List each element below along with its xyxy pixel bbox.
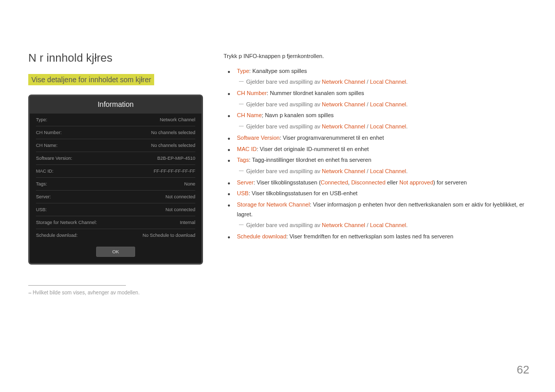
- lc: Local Channel: [370, 79, 406, 85]
- footnote-rule: [28, 285, 126, 286]
- info-row-schedule: Schedule download:No Schedule to downloa…: [36, 229, 195, 241]
- term: Storage for Network Channel: [237, 201, 310, 208]
- page-number: 62: [517, 363, 529, 377]
- desc: : Nummer tilordnet kanalen som spilles: [267, 90, 364, 96]
- sub-heading: Vise detaljene for innholdet som kjłrer: [28, 74, 154, 85]
- dot: .: [406, 79, 408, 85]
- desc: : Viser programvarenummeret til en enhet: [280, 135, 384, 141]
- panel-body: Type:Network Channel CH Number:No channe…: [30, 114, 201, 241]
- info-label: Schedule download:: [36, 233, 78, 238]
- term: Type: [237, 68, 249, 74]
- term: MAC ID: [237, 146, 257, 152]
- nc: Network Channel: [322, 79, 365, 85]
- item-tags: Tags: Tagg-innstillinger tilordnet en en…: [224, 155, 529, 165]
- desc: : Kanaltype som spilles: [249, 68, 307, 74]
- note-text: Gjelder bare ved avspilling av: [246, 222, 322, 228]
- info-row-type: Type:Network Channel: [36, 114, 195, 126]
- info-row-usb: USB:Not connected: [36, 203, 195, 216]
- ok-button[interactable]: OK: [96, 247, 135, 257]
- disconnected: Disconnected: [351, 179, 385, 185]
- info-label: Storage for Network Channel:: [36, 220, 97, 225]
- note-type: ― Gjelder bare ved avspilling av Network…: [224, 77, 529, 87]
- info-value: Internal: [180, 220, 195, 225]
- desc: : Viser tilkoblingsstatusen for en USB-e…: [249, 190, 358, 196]
- note-text: Gjelder bare ved avspilling av: [246, 123, 322, 129]
- dot: .: [406, 101, 408, 107]
- nc: Network Channel: [322, 123, 365, 129]
- info-label: Tags:: [36, 181, 47, 186]
- term: Software Version: [237, 135, 280, 141]
- term: USB: [237, 190, 249, 196]
- item-macid: MAC ID: Viser det originale ID-nummeret …: [224, 144, 529, 154]
- desc: : Viser fremdriften for en nettverksplan…: [286, 233, 453, 239]
- info-label: CH Number:: [36, 130, 62, 135]
- left-column: N r innhold kjłres Vise detaljene for in…: [28, 51, 203, 295]
- desc-post: ) for serveren: [433, 179, 467, 185]
- connected: Connected: [321, 179, 348, 185]
- footnote-text: Hvilket bilde som vises, avhenger av mod…: [28, 290, 203, 295]
- slash: /: [365, 123, 370, 129]
- info-value: No Schedule to download: [142, 233, 195, 238]
- info-row-storage: Storage for Network Channel:Internal: [36, 216, 195, 229]
- nc: Network Channel: [322, 222, 365, 228]
- lc: Local Channel: [370, 168, 406, 174]
- info-row-chnumber: CH Number:No channels selected: [36, 126, 195, 139]
- info-label: Type:: [36, 117, 47, 122]
- info-row-tags: Tags:None: [36, 178, 195, 191]
- panel-title: Information: [30, 96, 201, 114]
- info-value: FF-FF-FF-FF-FF-FF: [154, 169, 195, 174]
- right-column: Trykk p INFO-knappen p fjernkontrollen. …: [224, 51, 529, 295]
- info-row-software: Software Version:B2B-EP-MIP-4510: [36, 152, 195, 165]
- lc: Local Channel: [370, 123, 406, 129]
- info-value: No channels selected: [151, 130, 195, 135]
- info-label: CH Name:: [36, 143, 58, 148]
- item-software: Software Version: Viser programvarenumme…: [224, 133, 529, 143]
- item-schedule: Schedule download: Viser fremdriften for…: [224, 232, 529, 241]
- nc: Network Channel: [322, 101, 365, 107]
- info-value: Not connected: [165, 207, 195, 212]
- dot: .: [406, 222, 408, 228]
- term: CH Number: [237, 90, 267, 96]
- page-content: N r innhold kjłres Vise detaljene for in…: [0, 0, 555, 311]
- note-text: Gjelder bare ved avspilling av: [246, 168, 322, 174]
- info-label: MAC ID:: [36, 169, 53, 174]
- info-label: Server:: [36, 194, 51, 199]
- note-text: Gjelder bare ved avspilling av: [246, 79, 322, 85]
- slash: /: [365, 222, 370, 228]
- item-chname: CH Name; Navn p kanalen som spilles: [224, 110, 529, 120]
- info-label: Software Version:: [36, 156, 72, 161]
- note-tags: ― Gjelder bare ved avspilling av Network…: [224, 166, 529, 176]
- info-label: USB:: [36, 207, 47, 212]
- nc: Network Channel: [322, 168, 365, 174]
- info-row-chname: CH Name:No channels selected: [36, 139, 195, 152]
- dot: .: [406, 123, 408, 129]
- slash: /: [365, 79, 370, 85]
- item-server: Server: Viser tilkoblingsstatusen (Conne…: [224, 178, 529, 188]
- info-value: Not connected: [165, 194, 195, 199]
- item-chnumber: CH Number: Nummer tilordnet kanalen som …: [224, 88, 529, 98]
- main-heading: N r innhold kjłres: [28, 51, 203, 65]
- note-chnumber: ― Gjelder bare ved avspilling av Network…: [224, 100, 529, 109]
- info-value: Network Channel: [160, 117, 195, 122]
- notapproved: Not approved: [399, 179, 433, 185]
- note-icon: ―: [239, 221, 244, 229]
- item-storage: Storage for Network Channel: Viser infor…: [224, 200, 529, 219]
- note-storage: ― Gjelder bare ved avspilling av Network…: [224, 220, 529, 230]
- panel-footer: OK: [30, 241, 201, 263]
- information-panel: Information Type:Network Channel CH Numb…: [28, 95, 203, 265]
- note-icon: ―: [239, 167, 244, 175]
- info-row-macid: MAC ID:FF-FF-FF-FF-FF-FF: [36, 165, 195, 178]
- desc: : Tagg-innstillinger tilordnet en enhet …: [249, 157, 371, 163]
- lc: Local Channel: [370, 101, 406, 107]
- slash: /: [365, 168, 370, 174]
- item-usb: USB: Viser tilkoblingsstatusen for en US…: [224, 189, 529, 198]
- note-text: Gjelder bare ved avspilling av: [246, 101, 322, 107]
- description-list: Type: Kanaltype som spilles ― Gjelder ba…: [224, 66, 529, 241]
- term: Schedule download: [237, 233, 286, 239]
- info-value: No channels selected: [151, 143, 195, 148]
- note-icon: ―: [239, 122, 244, 130]
- slash: /: [365, 101, 370, 107]
- note-chname: ― Gjelder bare ved avspilling av Network…: [224, 122, 529, 132]
- term: CH Name: [237, 112, 262, 118]
- eller: eller: [385, 179, 399, 185]
